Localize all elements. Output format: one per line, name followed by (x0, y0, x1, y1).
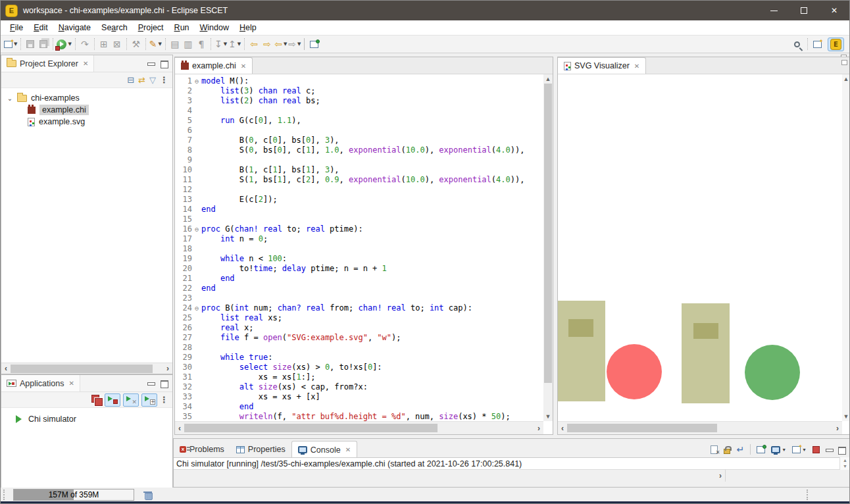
scroll-lock-icon[interactable] (724, 449, 730, 454)
save-button[interactable] (24, 37, 37, 51)
wrench-button[interactable]: ⚒ (130, 37, 143, 51)
code-line[interactable]: 14end (175, 205, 543, 214)
fold-collapse-icon[interactable]: ⊖ (192, 224, 201, 234)
code-line[interactable]: 2 list(3) chan real c; (175, 86, 543, 96)
code-line[interactable]: 1⊖model M(): (175, 76, 543, 86)
menu-project[interactable]: Project (133, 22, 169, 34)
tree-item-project[interactable]: ⌄ chi-examples (1, 92, 172, 104)
code-line[interactable]: 28 (175, 343, 543, 353)
code-line[interactable]: 33 xs = xs + [x] (175, 392, 543, 402)
code-line[interactable]: 23 (175, 293, 543, 303)
svg-vscrollbar[interactable]: ▲ ▼ (842, 74, 850, 421)
code-line[interactable]: 25 list real xs; (175, 313, 543, 323)
forward-button[interactable]: ⇨▼ (288, 37, 301, 51)
project-explorer-tab[interactable]: Project Explorer ✕ (1, 55, 94, 72)
scrollbar-thumb[interactable] (184, 424, 438, 432)
open-console-button[interactable]: ✦▼ (792, 446, 807, 453)
chevron-down-icon[interactable]: ⌄ (7, 95, 13, 102)
collapse-all-icon[interactable]: ⊟ (127, 75, 134, 85)
code-line[interactable]: 26 real x; (175, 323, 543, 333)
console-vscrollbar[interactable]: ▲▼ (839, 457, 850, 470)
trim-grip[interactable] (807, 490, 809, 500)
terminate-icon[interactable] (813, 446, 820, 453)
close-icon[interactable]: ✕ (345, 446, 351, 453)
view-menu-icon[interactable]: ⋮ (160, 395, 168, 405)
application-item-chi-simulator[interactable]: Chi simulator (1, 413, 172, 425)
tab-properties[interactable]: Properties (230, 445, 291, 454)
run-button[interactable]: ▼ (56, 37, 72, 51)
word-wrap-icon[interactable]: ↵ (736, 444, 744, 455)
outline-button[interactable]: ▥ (182, 37, 195, 51)
code-line[interactable]: 32 alt size(xs) < cap, from?x: (175, 382, 543, 392)
menu-edit[interactable]: Edit (28, 22, 53, 34)
code-line[interactable]: 35 writeln(f, "attr buf%d.height = %d", … (175, 412, 543, 421)
maximize-view-icon[interactable] (161, 61, 167, 66)
code-line[interactable]: 19 while n < 100: (175, 254, 543, 264)
show-whitespace-button[interactable]: ¶ (195, 37, 208, 51)
close-button[interactable]: ✕ (819, 1, 849, 20)
applications-tab[interactable]: Applications ✕ (1, 375, 80, 391)
menu-navigate[interactable]: Navigate (53, 22, 96, 34)
scrollbar-thumb[interactable] (567, 424, 717, 432)
menu-file[interactable]: File (5, 22, 28, 34)
auto-expand-toggle[interactable]: + (141, 393, 157, 407)
open-perspective-button[interactable]: ✦ (811, 37, 824, 51)
fold-collapse-icon[interactable]: ⊖ (192, 303, 201, 313)
code-line[interactable]: 30 select size(xs) > 0, to!xs[0]: (175, 363, 543, 372)
clear-console-icon[interactable] (711, 445, 718, 454)
scrollbar-thumb[interactable] (544, 84, 552, 383)
editor-tab-example-chi[interactable]: example.chi ✕ (175, 57, 253, 74)
tab-console[interactable]: Console ✕ (291, 441, 357, 458)
code-line[interactable]: 6 (175, 126, 543, 136)
code-line[interactable]: 20 to!time; delay ptime; n = n + 1 (175, 264, 543, 274)
code-line[interactable]: 12 (175, 185, 543, 195)
code-line[interactable]: 5 run G(c[0], 1.1), (175, 116, 543, 126)
close-icon[interactable]: ✕ (241, 63, 246, 70)
editor-hscrollbar[interactable]: ‹ › (175, 421, 543, 434)
code-area[interactable]: 1⊖model M():2 list(3) chan real c;3 list… (175, 74, 543, 421)
code-line[interactable]: 8 S(0, bs[0], c[1], 1.0, exponential(10.… (175, 145, 543, 155)
menu-run[interactable]: Run (169, 22, 195, 34)
code-line[interactable]: 15 (175, 214, 543, 224)
fold-collapse-icon[interactable]: ⊖ (192, 76, 201, 86)
code-line[interactable]: 11 S(1, bs[1], c[2], 0.9, exponential(10… (175, 175, 543, 185)
console-hscrollbar[interactable]: › (174, 470, 725, 482)
tree-item-example-chi[interactable]: example.chi (1, 104, 172, 116)
close-icon[interactable]: ✕ (83, 60, 88, 67)
remove-all-terminated-icon[interactable] (91, 395, 102, 405)
tab-problems[interactable]: x Problems (174, 445, 230, 454)
trim-grip[interactable] (3, 490, 5, 500)
save-all-button[interactable] (37, 37, 50, 51)
tree-item-example-svg[interactable]: example.svg (1, 116, 172, 128)
menu-help[interactable]: Help (234, 22, 262, 34)
close-icon[interactable]: ✕ (68, 380, 74, 387)
svg-visualizer-tab[interactable]: SVG Visualizer ✕ (558, 57, 646, 74)
menu-search[interactable]: Search (96, 22, 133, 34)
close-icon[interactable]: ✕ (634, 63, 639, 70)
code-line[interactable]: 31 xs = xs[1:]; (175, 372, 543, 382)
format-brush-button[interactable]: ✎▼ (149, 37, 162, 51)
minimize-view-icon[interactable] (147, 380, 154, 386)
next-annotation-button[interactable]: ↧▼ (214, 37, 228, 51)
project-explorer-hscrollbar[interactable]: ‹ › (1, 363, 172, 374)
code-line[interactable]: 10 B(1, c[1], bs[1], 3), (175, 165, 543, 175)
new-element-button[interactable]: ⊞ (97, 37, 111, 51)
last-edit-location-button[interactable]: ⇦ (247, 37, 261, 51)
code-line[interactable]: 24⊖proc B(int num; chan? real from; chan… (175, 303, 543, 313)
search-button[interactable] (791, 37, 805, 51)
code-line[interactable]: 29 while true: (175, 353, 543, 363)
scrollbar-thumb[interactable] (11, 365, 153, 373)
next-edit-location-button[interactable]: ⇨ (261, 37, 274, 51)
code-line[interactable]: 13 E(c[2]); (175, 195, 543, 205)
minimize-button[interactable] (759, 1, 789, 20)
code-line[interactable]: 9 (175, 155, 543, 165)
svg-hscrollbar[interactable]: ‹ › (558, 421, 842, 434)
pin-console-icon[interactable] (757, 446, 765, 453)
filter-icon[interactable]: ▽ (149, 75, 156, 85)
code-line[interactable]: 17 int n = 0; (175, 234, 543, 244)
escet-perspective-button[interactable]: E (828, 38, 844, 51)
auto-remove-toggle[interactable]: ✕ (123, 393, 139, 407)
compare-button[interactable]: ▤ (168, 37, 182, 51)
link-with-editor-icon[interactable]: ⇄ (138, 75, 145, 85)
display-selected-console-button[interactable]: ▼ (771, 446, 786, 453)
